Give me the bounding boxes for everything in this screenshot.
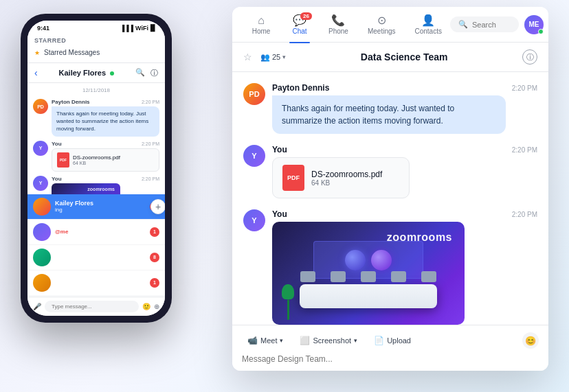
home-icon: ⌂ — [258, 14, 265, 27]
tab-phone[interactable]: 📞 Phone — [320, 11, 357, 38]
star-icon: ★ — [34, 49, 40, 56]
phone-message-2: Y You 2:20 PM PDF DS-zoomrooms.pdf 64 KB — [33, 141, 159, 172]
video-icon: 📹 — [247, 336, 258, 345]
starred-item[interactable]: ★ Starred Messages — [34, 47, 158, 58]
message-content-image: You 2:20 PM zoomrooms — [272, 209, 537, 325]
phone-msg-sender-3: You — [52, 176, 62, 182]
title-bar: ⌂ Home 26 💬 Chat 📞 Phone ⊙ Meetings 👤 Co… — [232, 7, 548, 43]
meet-button[interactable]: 📹 Meet ▾ — [242, 333, 289, 348]
tab-chat[interactable]: 26 💬 Chat — [282, 11, 317, 38]
search-icon: 🔍 — [458, 20, 468, 29]
plus-icon[interactable]: ⊕ — [154, 303, 159, 310]
phone-file-attachment[interactable]: PDF DS-zoomrooms.pdf 64 KB — [52, 148, 159, 172]
emoji-button[interactable]: 😊 — [522, 332, 539, 349]
meetings-icon: ⊙ — [377, 14, 386, 27]
phone-msg-content-1: Payton Dennis 2:20 PM Thanks again for m… — [52, 99, 159, 137]
phone-list-badge-2: 1 — [150, 227, 159, 237]
phone-shell: 9:41 ▐▐▐ WiFi ▉ STARRED ★ Starred Messag… — [21, 14, 172, 323]
phone-list-item-2[interactable]: @me 1 — [27, 220, 165, 245]
phone-msg-time-1: 2:20 PM — [142, 100, 159, 104]
phone-date: 12/11/2018 — [33, 87, 159, 93]
search-input[interactable] — [472, 21, 513, 29]
phone-icon: 📞 — [331, 14, 345, 27]
chat-header-left: ☆ 👥 25 ▾ — [243, 51, 286, 62]
input-toolbar: 📹 Meet ▾ ⬜ Screenshot ▾ 📄 Upload 😊 — [242, 332, 539, 349]
tab-meetings[interactable]: ⊙ Meetings — [359, 11, 404, 38]
phone-msg-sender-2: You — [52, 141, 62, 147]
starred-messages: Starred Messages — [44, 49, 100, 56]
search-bar[interactable]: 🔍 — [450, 16, 519, 32]
chairs-row — [293, 271, 444, 282]
file-info: DS-zoomrooms.pdf 64 KB — [311, 170, 382, 187]
file-name: DS-zoomrooms.pdf — [311, 170, 382, 179]
phone-chat-header: ‹ Kailey Flores 🔍 ⓘ — [27, 63, 165, 83]
message-sender-image: You — [272, 209, 287, 219]
phone-list-info-2: @me — [55, 229, 150, 235]
phone-list-avatar-1 — [33, 198, 51, 216]
message-meta-image: You 2:20 PM — [272, 209, 537, 219]
add-button[interactable]: + — [150, 199, 165, 214]
phone-file-info: DS-zoomrooms.pdf 64 KB — [73, 154, 120, 165]
search-icon-phone[interactable]: 🔍 — [135, 68, 145, 78]
phone-file-name: DS-zoomrooms.pdf — [73, 154, 120, 161]
message-meta: Payton Dennis 2:20 PM — [272, 83, 537, 93]
screenshot-button[interactable]: ⬜ Screenshot ▾ — [294, 333, 363, 348]
avatar-sphere-1 — [345, 250, 366, 270]
phone-chat-name: Kailey Flores — [42, 69, 131, 77]
mic-icon[interactable]: 🎤 — [33, 303, 41, 310]
file-attachment[interactable]: PDF DS-zoomrooms.pdf 64 KB — [272, 157, 410, 198]
tab-home[interactable]: ⌂ Home — [243, 12, 279, 38]
file-size: 64 KB — [311, 179, 382, 187]
phone-avatar-you-2: Y — [33, 176, 48, 191]
pdf-icon: PDF — [282, 165, 304, 191]
message-group-file: Y You 2:20 PM PDF DS-zoomrooms.pdf 64 KB — [243, 145, 537, 198]
battery-icon: ▉ — [150, 25, 155, 32]
phone-msg-meta-2: You 2:20 PM — [52, 141, 159, 147]
phone-list-item-active[interactable]: Kailey Flores ing 1 + — [27, 194, 165, 220]
chevron-icon[interactable]: ▾ — [282, 54, 286, 60]
message-meta-file: You 2:20 PM — [272, 145, 537, 154]
phone-msg-content-3: You 2:20 PM zoomrooms — [52, 176, 159, 194]
phone-file-size: 64 KB — [73, 161, 120, 165]
phone-msg-meta-3: You 2:20 PM — [52, 176, 159, 182]
phone-message-input[interactable] — [45, 301, 139, 312]
phone-zoom-logo: zoomrooms — [87, 187, 115, 192]
members-count: 👥 25 ▾ — [260, 53, 286, 62]
phone-status-bar: 9:41 ▐▐▐ WiFi ▉ — [27, 21, 165, 33]
phone-screen: 9:41 ▐▐▐ WiFi ▉ STARRED ★ Starred Messag… — [27, 21, 165, 316]
phone-device: 9:41 ▐▐▐ WiFi ▉ STARRED ★ Starred Messag… — [21, 14, 172, 323]
chevron-down-icon-2: ▾ — [354, 337, 357, 344]
phone-message-1: PD Payton Dennis 2:20 PM Thanks again fo… — [33, 99, 159, 137]
phone-list-badge-3: 8 — [150, 253, 159, 262]
chair — [421, 271, 436, 282]
plant-decoration — [282, 284, 294, 315]
nav-tabs: ⌂ Home 26 💬 Chat 📞 Phone ⊙ Meetings 👤 Co… — [243, 11, 450, 38]
upload-button[interactable]: 📄 Upload — [368, 333, 416, 348]
phone-list-item-3[interactable]: 8 — [27, 245, 165, 270]
back-button[interactable]: ‹ — [34, 67, 38, 78]
message-bubble: Thanks again for meeting today. Just wan… — [272, 95, 506, 134]
info-icon-phone[interactable]: ⓘ — [150, 68, 158, 78]
online-indicator — [110, 71, 114, 76]
signal-icon: ▐▐▐ — [120, 25, 133, 32]
phone-app-header: STARRED ★ Starred Messages — [27, 33, 165, 63]
emoji-icon-phone[interactable]: 🙂 — [142, 303, 150, 310]
message-time: 2:20 PM — [512, 84, 537, 92]
phone-pdf-icon: PDF — [57, 152, 69, 168]
starred-label: STARRED — [34, 37, 158, 44]
info-icon[interactable]: ⓘ — [522, 49, 537, 65]
star-icon[interactable]: ☆ — [243, 51, 252, 62]
wifi-icon: WiFi — [135, 25, 148, 32]
phone-list-item-4[interactable]: 1 — [27, 270, 165, 296]
message-input[interactable] — [242, 354, 539, 364]
message-time-file: 2:20 PM — [512, 146, 537, 154]
tab-contacts[interactable]: 👤 Contacts — [407, 11, 450, 38]
phone-list-avatar-2 — [33, 223, 51, 241]
user-avatar[interactable]: ME — [524, 15, 544, 34]
phone-message-3: Y You 2:20 PM zoomrooms — [33, 176, 159, 194]
message-content-file: You 2:20 PM PDF DS-zoomrooms.pdf 64 KB — [272, 145, 537, 198]
plant-leaves — [282, 284, 294, 299]
input-area: 📹 Meet ▾ ⬜ Screenshot ▾ 📄 Upload 😊 — [232, 325, 548, 371]
message-input-row — [242, 354, 539, 364]
message-time-image: 2:20 PM — [512, 211, 537, 218]
